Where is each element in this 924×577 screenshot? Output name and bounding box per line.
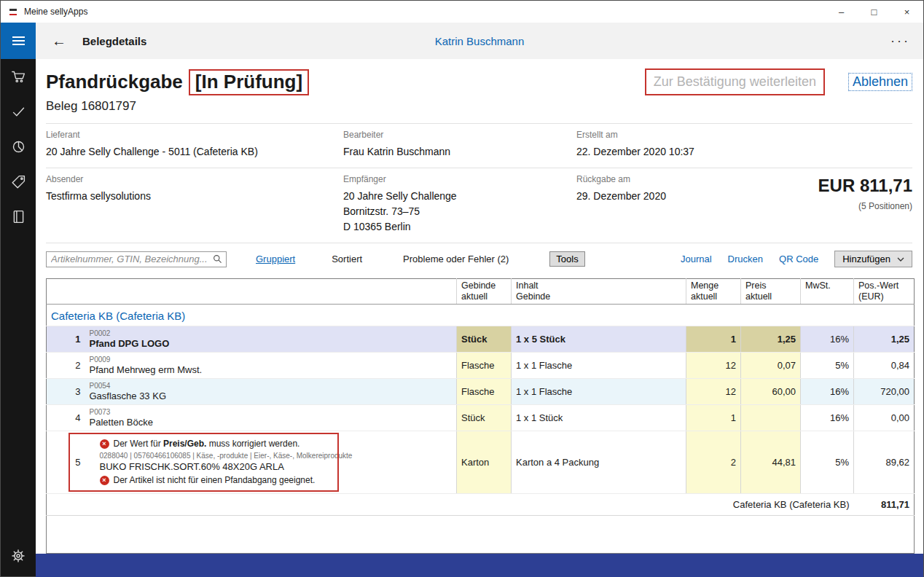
settings-gear-icon[interactable]	[1, 538, 36, 573]
hamburger-icon	[12, 34, 25, 47]
group-header-row: Cafeteria KB (Cafeteria KB)	[47, 305, 915, 326]
group-footer-row: Cafeteria KB (Cafeteria KB) 811,71	[47, 494, 915, 516]
chevron-down-icon	[897, 257, 904, 262]
document-title: Pfandrückgabe	[46, 71, 183, 93]
wert-cell: 89,62	[854, 431, 915, 494]
status-badge: [In Prüfung]	[189, 69, 309, 95]
row-number: 3	[47, 379, 85, 405]
field-value: 20 Jahre Selly Challenge - 5011 (Cafeter…	[46, 144, 343, 160]
error-message: × Der Wert für Preis/Geb. muss korrigier…	[100, 439, 453, 450]
wert-cell: 720,00	[854, 379, 915, 405]
app-bar: ← Belegdetails Katrin Buschmann ···	[36, 23, 923, 59]
article-cell: × Der Wert für Preis/Geb. muss korrigier…	[85, 431, 457, 494]
field-value: Testfirma sellysolutions	[46, 189, 343, 204]
price-tag-icon[interactable]	[1, 164, 36, 199]
cart-icon[interactable]	[1, 59, 36, 94]
hinzufuegen-button[interactable]: Hinzufügen	[834, 251, 912, 267]
field-label: Erstellt am	[576, 130, 730, 140]
search-input[interactable]	[51, 254, 213, 264]
gebinde-cell: Flasche	[457, 379, 512, 405]
mwst-cell: 16%	[801, 379, 854, 405]
wert-cell: 1,25	[854, 326, 915, 353]
document-info-grid: Lieferant 20 Jahre Selly Challenge - 501…	[46, 123, 912, 243]
article-code: P0002	[90, 329, 453, 338]
bottom-bar	[36, 554, 923, 577]
table-row[interactable]: 1 P0002 Pfand DPG LOGO Stück 1 x 5 Stück…	[47, 326, 915, 353]
search-box[interactable]	[46, 251, 227, 267]
check-icon[interactable]	[1, 94, 36, 129]
minimize-button[interactable]: –	[825, 1, 858, 23]
search-icon	[213, 254, 222, 264]
field-absender: Absender Testfirma sellysolutions	[46, 174, 343, 235]
inhalt-cell: 1 x 5 Stück	[512, 326, 686, 353]
sortiert-toggle[interactable]: Sortiert	[332, 254, 362, 264]
preis-cell: 60,00	[741, 379, 801, 405]
row-number: 4	[47, 405, 85, 431]
article-cell: P0002 Pfand DPG LOGO	[85, 326, 457, 353]
article-name: Paletten Böcke	[90, 417, 453, 428]
journal-link[interactable]: Journal	[681, 254, 712, 264]
pie-chart-icon[interactable]	[1, 129, 36, 164]
column-header-gebinde: Gebindeaktuell	[457, 279, 512, 305]
gebinde-cell: Flasche	[457, 353, 512, 379]
forward-for-confirmation-button[interactable]: Zur Bestätigung weiterleiten	[645, 68, 825, 95]
table-header-row: Gebindeaktuell InhaltGebinde Mengeaktuel…	[47, 279, 915, 305]
table-row[interactable]: 5 × Der Wert für Preis/Geb. muss korrigi…	[47, 431, 915, 494]
field-label: Rückgabe am	[576, 174, 730, 184]
page-title: Belegdetails	[82, 35, 146, 47]
positions-table: Gebindeaktuell InhaltGebinde Mengeaktuel…	[46, 278, 915, 554]
user-name-link[interactable]: Katrin Buschmann	[435, 35, 525, 47]
wert-cell: 0,00	[854, 405, 915, 431]
gebinde-cell: Stück	[457, 405, 512, 431]
row-number: 1	[47, 326, 85, 353]
sidebar	[1, 23, 36, 576]
article-cell: P0009 Pfand Mehrweg erm Mwst.	[85, 353, 457, 379]
tools-button[interactable]: Tools	[549, 251, 584, 267]
inhalt-cell: Karton a 4 Packung	[512, 431, 686, 494]
field-value: 20 Jahre Selly Challenge Bornitzstr. 73–…	[343, 189, 576, 235]
table-row[interactable]: 4 P0073 Paletten Böcke Stück 1 x 1 Stück…	[47, 405, 915, 431]
inhalt-cell: 1 x 1 Flasche	[512, 353, 686, 379]
wert-cell: 0,84	[854, 353, 915, 379]
field-label: Empfänger	[343, 174, 576, 184]
qr-code-link[interactable]: QR Code	[779, 254, 818, 264]
catalog-icon[interactable]	[1, 199, 36, 234]
field-bearbeiter: Bearbeiter Frau Katrin Buschmann	[343, 130, 576, 160]
maximize-button[interactable]: □	[858, 1, 890, 23]
article-code: P0009	[90, 356, 453, 364]
reject-button[interactable]: Ablehnen	[848, 73, 912, 91]
gruppiert-toggle[interactable]: Gruppiert	[256, 254, 295, 264]
article-name: BUKO FRISCHK.SORT.60% 48X20G ARLA	[100, 460, 453, 473]
more-button[interactable]: ···	[890, 34, 910, 49]
mwst-cell: 16%	[801, 326, 854, 353]
preis-cell: 0,07	[741, 353, 801, 379]
article-cell: P0054 Gasflasche 33 KG	[85, 379, 457, 405]
mwst-cell: 5%	[801, 353, 854, 379]
document-number: Beleg 16801797	[46, 99, 912, 114]
mwst-cell: 5%	[801, 431, 854, 494]
app-icon	[7, 7, 18, 17]
close-button[interactable]: ×	[890, 1, 923, 23]
app-window: Meine sellyApps – □ ×	[0, 0, 924, 577]
drucken-link[interactable]: Drucken	[728, 254, 763, 264]
column-header-preis: Preisaktuell	[741, 279, 801, 305]
field-erstellt-am: Erstellt am 22. Dezember 2020 10:37	[576, 130, 730, 160]
gebinde-cell: Stück	[457, 326, 512, 353]
field-lieferant: Lieferant 20 Jahre Selly Challenge - 501…	[46, 130, 343, 160]
error-text: Der Wert für Preis/Geb. muss korrigiert …	[114, 439, 300, 450]
menge-cell: 1	[686, 405, 741, 431]
inhalt-cell: 1 x 1 Flasche	[512, 379, 686, 405]
error-message: × Der Artikel ist nicht für einen Pfanda…	[100, 475, 453, 486]
mwst-cell: 16%	[801, 405, 854, 431]
back-button[interactable]: ←	[52, 33, 66, 50]
article-name: Pfand Mehrweg erm Mwst.	[90, 364, 453, 376]
menu-button[interactable]	[1, 23, 36, 59]
probleme-filter[interactable]: Probleme oder Fehler (2)	[403, 254, 509, 264]
field-label: Bearbeiter	[343, 130, 576, 140]
table-row[interactable]: 2 P0009 Pfand Mehrweg erm Mwst. Flasche …	[47, 353, 915, 379]
table-row[interactable]: 3 P0054 Gasflasche 33 KG Flasche 1 x 1 F…	[47, 379, 915, 405]
titlebar: Meine sellyApps – □ ×	[1, 1, 923, 23]
group-footer-label: Cafeteria KB (Cafeteria KB)	[47, 494, 854, 516]
menge-cell: 2	[686, 431, 741, 494]
preis-cell: 44,81	[741, 431, 801, 494]
